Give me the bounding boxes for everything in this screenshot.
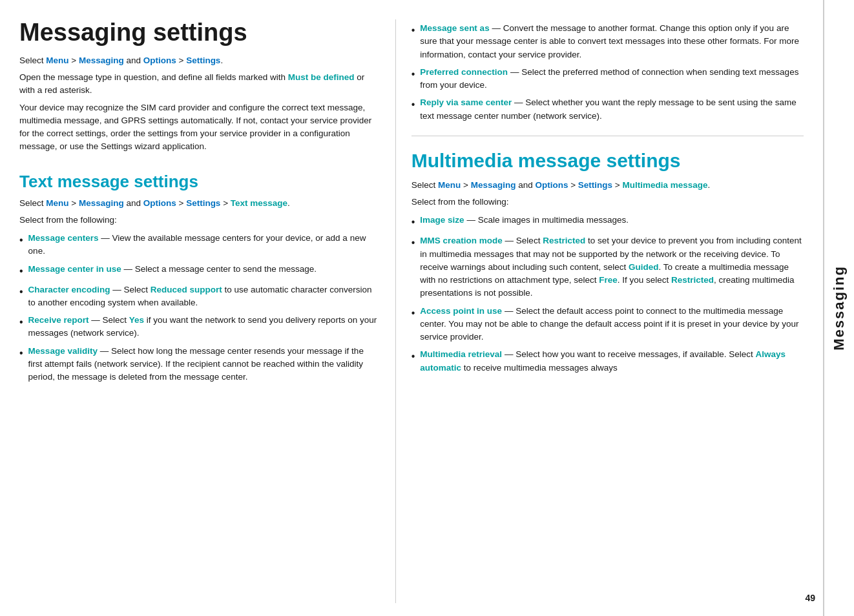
bullet-icon: •	[19, 284, 23, 300]
bullet-icon: •	[411, 349, 415, 364]
bullet-icon: •	[411, 235, 415, 251]
tms-menu-link: Menu	[46, 198, 68, 208]
bullet-icon: •	[411, 23, 415, 38]
mms-bullet-list: • Image size — Scale images in multimedi…	[411, 214, 804, 375]
page-container: Messaging settings Select Menu > Messagi…	[0, 0, 854, 616]
bullet-icon: •	[411, 97, 415, 112]
bullet-icon: •	[19, 263, 23, 279]
page-number: 49	[805, 591, 815, 604]
nav-sep1: >	[69, 56, 79, 65]
mms-menu-link: Menu	[438, 180, 461, 190]
bullet-icon: •	[19, 345, 23, 361]
intro-body-1: Open the message type in question, and d…	[19, 71, 380, 98]
settings-link: Settings	[186, 56, 220, 65]
sidebar-messaging: Messaging	[823, 0, 854, 616]
list-item: • Message validity — Select how long the…	[19, 345, 380, 384]
mms-options-link: Options	[535, 180, 568, 190]
divider	[411, 136, 804, 136]
mms-nav: Select Menu > Messaging and Options > Se…	[411, 179, 804, 192]
list-item: • Receive report — Select Yes if you wan…	[19, 314, 380, 340]
must-be-defined-highlight: Must be defined	[288, 72, 355, 82]
list-item: • Multimedia retrieval — Select how you …	[411, 348, 804, 375]
mms-settings-link: Settings	[578, 180, 612, 190]
tms-options-link: Options	[143, 198, 176, 208]
nav-end: .	[220, 56, 223, 65]
bullet-icon: •	[411, 67, 415, 82]
nav-and: and	[124, 56, 143, 65]
messaging-settings-nav: Select Menu > Messaging and Options > Se…	[19, 54, 380, 67]
list-item: • MMS creation mode — Select Restricted …	[411, 234, 804, 300]
bullet-icon: •	[19, 314, 23, 330]
menu-link: Menu	[46, 56, 68, 65]
nav-prefix: Select	[19, 56, 46, 65]
mms-settings-title: Multimedia message settings	[411, 149, 804, 172]
left-column: Messaging settings Select Menu > Messagi…	[19, 19, 396, 603]
page-title: Messaging settings	[19, 19, 380, 46]
main-content: Messaging settings Select Menu > Messagi…	[0, 0, 823, 616]
list-item: • Message center in use — Select a messa…	[19, 263, 380, 279]
tms-text-message-link: Text message	[231, 198, 287, 208]
list-item: • Message centers — View the available m…	[19, 232, 380, 258]
mms-messaging-link: Messaging	[471, 180, 516, 190]
intro-body-2: Your device may recognize the SIM card p…	[19, 101, 380, 154]
right-column: • Message sent as — Convert the message …	[396, 19, 804, 603]
list-item: • Preferred connection — Select the pref…	[411, 66, 804, 92]
list-item: • Character encoding — Select Reduced su…	[19, 283, 380, 310]
tms-messaging-link: Messaging	[79, 198, 124, 208]
tms-settings-link: Settings	[186, 198, 220, 208]
list-item: • Image size — Scale images in multimedi…	[411, 214, 804, 230]
list-item: • Reply via same center — Select whether…	[411, 96, 804, 123]
nav-sep2: >	[176, 56, 186, 65]
right-top-bullet-list: • Message sent as — Convert the message …	[411, 22, 804, 123]
mms-multimedia-message-link: Multimedia message	[623, 180, 708, 190]
text-message-settings-title: Text message settings	[19, 172, 380, 192]
mms-select-from: Select from the following:	[411, 196, 804, 209]
text-message-nav: Select Menu > Messaging and Options > Se…	[19, 197, 380, 210]
tms-select-from: Select from the following:	[19, 214, 380, 227]
list-item: • Message sent as — Convert the message …	[411, 22, 804, 61]
bullet-icon: •	[19, 232, 23, 248]
text-message-bullet-list: • Message centers — View the available m…	[19, 232, 380, 384]
list-item: • Access point in use — Select the defau…	[411, 305, 804, 344]
messaging-link: Messaging	[79, 56, 124, 65]
sidebar-label-text: Messaging	[829, 265, 849, 351]
options-link: Options	[143, 56, 176, 65]
bullet-icon: •	[411, 305, 415, 321]
bullet-icon: •	[411, 214, 415, 230]
